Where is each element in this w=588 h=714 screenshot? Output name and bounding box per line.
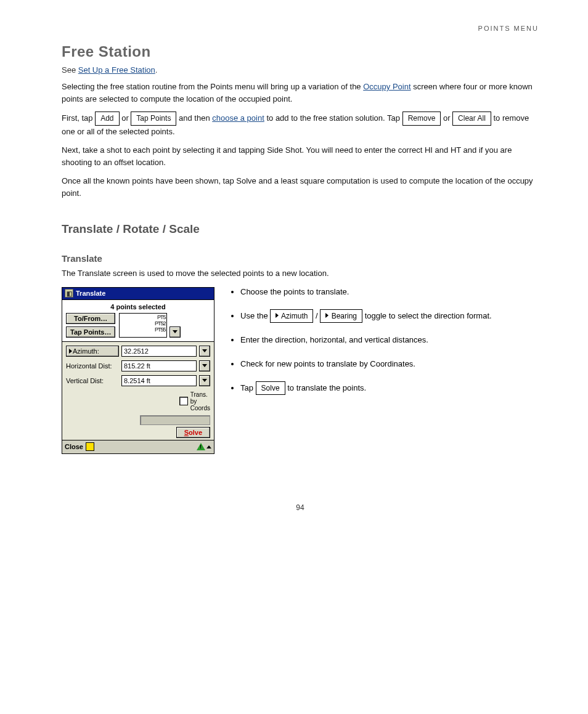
text: to translate the points. [287, 383, 366, 392]
text: Selecting the free station routine from … [62, 82, 363, 91]
top-panel: 4 points selected To/From… Tap Points… P… [62, 299, 214, 342]
solve-rest: olve [189, 429, 202, 436]
list-item: Use the Azimuth / Bearing toggle to sele… [240, 309, 539, 323]
chevron-down-icon [173, 330, 178, 333]
text: See [62, 65, 78, 75]
text: / [316, 311, 320, 320]
text: or [443, 113, 452, 123]
button-ref-remove: Remove [402, 112, 441, 126]
trans-by-coords-label: Trans. by Coords [190, 391, 210, 412]
titlebar: ◧ Translate [62, 287, 214, 299]
chevron-down-icon [202, 349, 207, 352]
button-ref-tap-points: Tap Points [131, 112, 176, 126]
link-occupy-point[interactable]: Occupy Point [363, 82, 410, 91]
point-preview-map[interactable]: PT5 PT52 PT55 [119, 313, 167, 338]
vdist-input[interactable] [121, 375, 197, 386]
text: toggle to select the direction format. [365, 311, 492, 320]
list-item: Enter the direction, horizontal, and ver… [240, 334, 539, 346]
text: Tap [240, 383, 256, 392]
page-number: 94 [62, 503, 539, 512]
mid-panel: Azimuth: Horizontal Dist: Vertical Dist: [62, 342, 214, 440]
tap-points-button[interactable]: Tap Points… [66, 327, 115, 338]
to-from-button[interactable]: To/From… [66, 313, 115, 324]
window-title: Translate [76, 290, 105, 297]
link-choose-point[interactable]: choose a point [212, 113, 264, 123]
text: Bearing [332, 312, 357, 320]
vdist-label: Vertical Dist: [66, 376, 119, 386]
chevron-up-icon[interactable] [206, 445, 211, 448]
triangle-right-icon [69, 349, 72, 354]
triangle-right-icon [325, 313, 329, 318]
paragraph: Selecting the free station routine from … [62, 81, 539, 105]
paragraph: First, tap Add or Tap Points and then ch… [62, 112, 539, 138]
text: Use the [240, 311, 270, 320]
button-ref-bearing: Bearing [320, 309, 362, 323]
text: or [121, 113, 131, 123]
heading-free-station: Free Station [62, 43, 539, 60]
paragraph: Next, take a shot to each point by selec… [62, 144, 539, 169]
azimuth-toggle[interactable]: Azimuth: [66, 346, 119, 357]
button-ref-add: Add [95, 112, 119, 126]
vdist-dropdown[interactable] [199, 375, 210, 386]
text: by [190, 398, 210, 405]
heading-trs: Translate / Rotate / Scale [62, 222, 539, 236]
list-item: Choose the points to translate. [240, 286, 539, 298]
heading-translate: Translate [62, 253, 539, 264]
list-item: Tap Solve to translate the points. [240, 381, 539, 396]
text: Azimuth [281, 312, 308, 320]
app-icon: ◧ [65, 289, 73, 298]
hdist-dropdown[interactable] [199, 360, 210, 371]
button-ref-azimuth: Azimuth [270, 309, 313, 323]
map-point-label: PT55 [121, 327, 165, 333]
instruction-list: Choose the points to translate. Use the … [229, 286, 539, 407]
triangle-right-icon [276, 313, 279, 318]
azimuth-dropdown[interactable] [199, 346, 210, 357]
solve-button[interactable]: Solve [176, 427, 210, 438]
list-item: Check for new points to translate by Coo… [240, 358, 539, 370]
subheading-free-station: See Set Up a Free Station. [62, 65, 539, 75]
link-setup-free-station[interactable]: Set Up a Free Station [78, 65, 155, 75]
progress-bar [140, 415, 210, 425]
hdist-label: Horizontal Dist: [66, 361, 119, 371]
warning-icon[interactable] [197, 443, 205, 450]
text: and then [179, 113, 212, 123]
status-bar: Close [62, 440, 214, 454]
button-ref-clear-all: Clear All [452, 112, 491, 126]
hdist-input[interactable] [121, 360, 197, 371]
chevron-down-icon [202, 364, 207, 367]
azimuth-input[interactable] [121, 346, 197, 357]
paragraph: Once all the known points have been show… [62, 175, 539, 200]
close-button[interactable]: Close [65, 443, 83, 450]
sun-icon[interactable] [86, 442, 94, 451]
section-header: POINTS MENU [62, 25, 539, 32]
map-dropdown-button[interactable] [169, 327, 181, 338]
text: Trans. [190, 391, 210, 398]
text: First, tap [62, 113, 95, 123]
chevron-down-icon [202, 379, 207, 382]
trans-by-coords-checkbox[interactable] [179, 397, 188, 405]
azimuth-label: Azimuth: [73, 347, 99, 355]
translate-window: ◧ Translate 4 points selected To/From… T… [62, 287, 214, 454]
selected-count-label: 4 points selected [66, 302, 210, 313]
text: Coords [190, 405, 210, 412]
paragraph: The Translate screen is used to move the… [62, 267, 539, 280]
text: to add to the free station solution. Tap [266, 113, 402, 123]
button-ref-solve: Solve [256, 381, 285, 396]
